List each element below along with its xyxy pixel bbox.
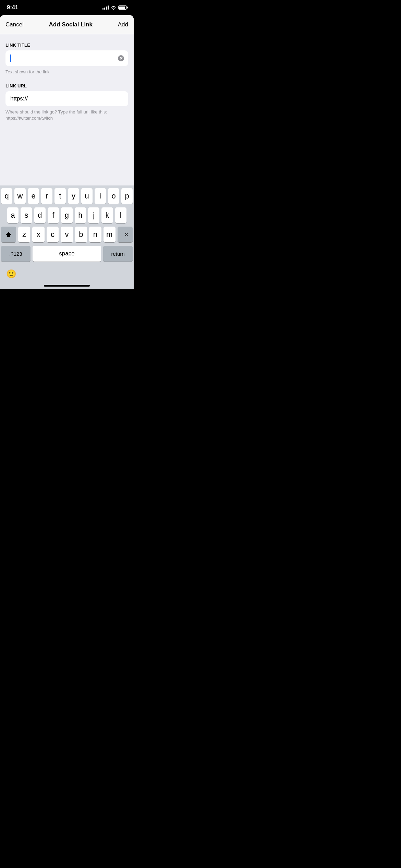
key-k[interactable]: k (101, 207, 113, 223)
link-url-section: LINK URL Where should the link go? Type … (5, 83, 128, 121)
space-key[interactable]: space (33, 246, 101, 262)
text-cursor (10, 55, 11, 62)
keyboard-row-4: .?123 space return (1, 246, 133, 262)
key-x[interactable]: x (32, 227, 44, 242)
return-key[interactable]: return (103, 246, 133, 262)
key-y[interactable]: y (68, 188, 79, 204)
add-button[interactable]: Add (118, 19, 128, 31)
key-u[interactable]: u (81, 188, 93, 204)
cancel-button[interactable]: Cancel (5, 19, 24, 31)
key-g[interactable]: g (61, 207, 72, 223)
page-title: Add Social Link (49, 21, 93, 28)
link-title-section: LINK TITLE Text shown for the link (5, 43, 128, 75)
delete-key[interactable] (118, 227, 133, 242)
clear-button[interactable] (118, 55, 124, 61)
key-w[interactable]: w (14, 188, 26, 204)
key-o[interactable]: o (108, 188, 119, 204)
key-s[interactable]: s (21, 207, 32, 223)
status-icons (102, 5, 127, 10)
keyboard: q w e r t y u i o p a s d f g h j k l (0, 185, 134, 289)
key-p[interactable]: p (121, 188, 133, 204)
link-title-hint: Text shown for the link (5, 69, 128, 75)
key-a[interactable]: a (7, 207, 19, 223)
home-indicator (1, 283, 133, 288)
key-r[interactable]: r (41, 188, 52, 204)
key-z[interactable]: z (18, 227, 30, 242)
key-q[interactable]: q (1, 188, 12, 204)
battery-icon (118, 5, 127, 10)
main-content: Cancel Add Social Link Add LINK TITLE Te… (0, 15, 134, 289)
link-url-input[interactable] (10, 95, 123, 102)
emoji-button[interactable]: 🙂 (4, 267, 18, 281)
link-title-input-wrapper[interactable] (5, 50, 128, 66)
keyboard-row-3: z x c v b n m (1, 227, 133, 242)
signal-icon (102, 5, 109, 10)
link-title-label: LINK TITLE (5, 43, 128, 48)
key-l[interactable]: l (115, 207, 126, 223)
key-t[interactable]: t (54, 188, 66, 204)
keyboard-bottom: 🙂 (1, 265, 133, 283)
numbers-key[interactable]: .?123 (1, 246, 31, 262)
link-url-label: LINK URL (5, 83, 128, 88)
link-url-input-wrapper[interactable] (5, 91, 128, 106)
keyboard-row-2: a s d f g h j k l (1, 207, 133, 223)
key-d[interactable]: d (34, 207, 46, 223)
wifi-icon (111, 5, 116, 10)
key-m[interactable]: m (104, 227, 116, 242)
status-time: 9:41 (7, 4, 18, 11)
status-bar: 9:41 (0, 0, 134, 15)
key-c[interactable]: c (47, 227, 59, 242)
key-n[interactable]: n (89, 227, 101, 242)
key-h[interactable]: h (75, 207, 86, 223)
key-b[interactable]: b (75, 227, 87, 242)
form-area: LINK TITLE Text shown for the link LINK … (0, 34, 134, 185)
key-i[interactable]: i (95, 188, 106, 204)
link-title-input[interactable] (12, 55, 123, 62)
key-v[interactable]: v (61, 227, 73, 242)
link-url-hint: Where should the link go? Type the full … (5, 109, 128, 121)
nav-bar: Cancel Add Social Link Add (0, 15, 134, 34)
key-f[interactable]: f (48, 207, 59, 223)
key-e[interactable]: e (28, 188, 39, 204)
shift-key[interactable] (1, 227, 16, 242)
keyboard-row-1: q w e r t y u i o p (1, 188, 133, 204)
key-j[interactable]: j (88, 207, 99, 223)
home-bar (44, 285, 90, 287)
